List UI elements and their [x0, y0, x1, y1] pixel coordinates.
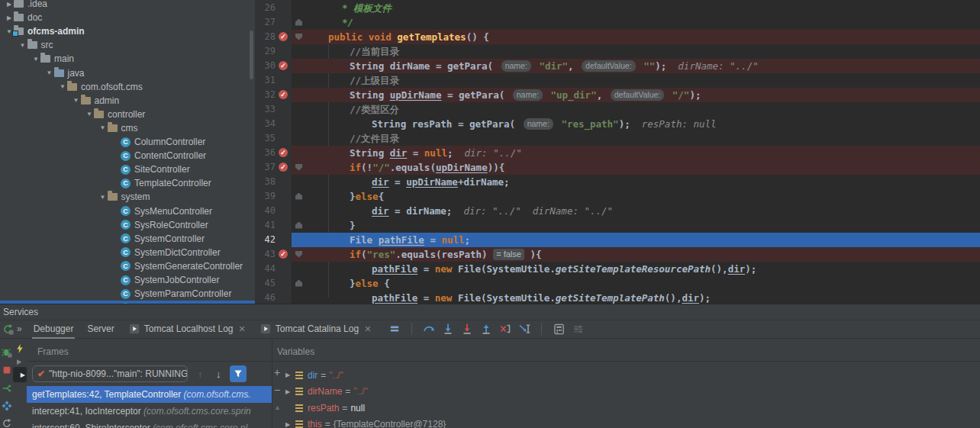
wedge-icon[interactable]	[16, 357, 23, 368]
tree-scrollbar[interactable]	[250, 31, 253, 79]
breakpoint-icon[interactable]: ✓	[279, 163, 288, 172]
code-line[interactable]: }else {	[292, 276, 980, 291]
tree-item-SystemGenerateController[interactable]: CSystemGenerateController	[0, 259, 255, 273]
chevron-expanded-icon[interactable]: ▼	[31, 56, 40, 63]
next-frame-button[interactable]: ↓	[216, 368, 221, 380]
breakpoint-icon[interactable]: ✓	[279, 90, 288, 99]
tab-tomcat-catalina-log[interactable]: Tomcat Catalina Log✕	[253, 320, 379, 338]
tree-item-SysRoleController[interactable]: CSysRoleController	[0, 218, 255, 232]
step-into-icon[interactable]	[442, 323, 454, 335]
tab-close-icon[interactable]: ✕	[364, 324, 371, 334]
expand-arrow-icon[interactable]: ▶	[285, 421, 293, 428]
frame-row[interactable]: intercept:60, ShiroInterceptor (com.ofso…	[27, 420, 272, 428]
code-line[interactable]: pathFile = new File(SystemUtile.getSiteT…	[292, 291, 980, 304]
code-line[interactable]: String resPath = getPara( name: "res_pat…	[292, 117, 980, 131]
expand-arrow-icon[interactable]: ▶	[285, 372, 293, 378]
tab-tomcat-localhost-log[interactable]: Tomcat Localhost Log✕	[121, 320, 253, 338]
code-line[interactable]: //类型区分	[292, 102, 980, 117]
tab-close-icon[interactable]: ✕	[239, 324, 246, 334]
run-to-cursor-icon[interactable]	[518, 323, 530, 335]
history-icon[interactable]	[2, 418, 12, 428]
tree-item-SystemParamController[interactable]: CSystemParamController	[0, 287, 255, 301]
chevron-expanded-icon[interactable]: ▼	[98, 194, 108, 201]
tree-item-SiteController[interactable]: CSiteController	[0, 163, 255, 176]
evaluate-expression-icon[interactable]	[553, 323, 565, 335]
frame-row[interactable]: intercept:41, IocInterceptor (com.ofsoft…	[27, 403, 272, 420]
previous-frame-button[interactable]: ↑	[198, 368, 203, 380]
code-line[interactable]: }else{	[292, 189, 980, 204]
stop-icon[interactable]	[2, 365, 12, 375]
code-line[interactable]: public void getTemplates() {	[292, 30, 980, 44]
tree-item-ColumnController[interactable]: CColumnController	[0, 135, 255, 149]
chevron-double-icon[interactable]: »	[17, 323, 22, 334]
rerun-debug-icon[interactable]	[2, 347, 12, 358]
resume-icon[interactable]	[2, 383, 12, 394]
code-line[interactable]: //上级目录	[292, 73, 980, 88]
chevron-collapsed-icon[interactable]: ▶	[5, 1, 14, 8]
tab-debugger[interactable]: Debugger	[27, 320, 81, 338]
code-line[interactable]: pathFile = new File(SystemUtile.getSiteT…	[292, 262, 980, 276]
chevron-expanded-icon[interactable]: ▼	[85, 111, 94, 117]
chevron-expanded-icon[interactable]: ▼	[58, 83, 67, 90]
tree-item-system[interactable]: ▼system	[0, 190, 255, 204]
view-breakpoints-icon[interactable]	[2, 401, 12, 411]
tree-item-admin[interactable]: ▼admin	[0, 94, 255, 108]
thread-selector-dropdown[interactable]: ✔ "http-nio-8099..."main": RUNNING ▼	[32, 365, 188, 382]
code-line[interactable]: String upDirName = getPara( name: "up_di…	[292, 88, 980, 102]
tree-item-java[interactable]: ▼java	[0, 66, 255, 80]
tree-item-SysMenuController[interactable]: CSysMenuController	[0, 204, 255, 218]
drop-frame-icon[interactable]	[499, 323, 511, 335]
code-line[interactable]: * 模板文件	[292, 1, 980, 15]
chevron-expanded-icon[interactable]: ▼	[72, 97, 81, 104]
variable-row[interactable]: resPath=null	[272, 400, 980, 416]
tree-item-doc[interactable]: ▶doc	[0, 11, 255, 24]
step-over-icon[interactable]	[423, 323, 435, 335]
expand-arrow-icon[interactable]: ▶	[285, 388, 293, 395]
variable-row[interactable]: ▶this={TemplateController@7128}	[272, 417, 980, 428]
tree-item-com.ofsoft.cms[interactable]: ▼com.ofsoft.cms	[0, 80, 255, 94]
tab-server[interactable]: Server	[80, 320, 121, 338]
code-line[interactable]: //文件目录	[292, 131, 980, 146]
chevron-collapsed-icon[interactable]: ▶	[5, 14, 14, 21]
tree-item-ofcms-admin[interactable]: ▼ofcms-admin	[0, 24, 255, 38]
code-line[interactable]: dir = dirName; dir: "../" dirName: "../"	[292, 204, 980, 218]
tree-item-SystemController[interactable]: CSystemController	[0, 232, 255, 246]
settings-icon[interactable]	[572, 323, 584, 335]
code-line[interactable]: File pathFile = null;	[292, 233, 980, 247]
code-line[interactable]: */	[292, 15, 980, 30]
code-line[interactable]: //当前目录	[292, 44, 980, 59]
code-line[interactable]: String dirName = getPara( name: "dir", d…	[292, 59, 980, 73]
code-line[interactable]: if(!"/".equals(upDirName)){	[292, 160, 980, 175]
breakpoint-icon[interactable]: ✓	[279, 32, 288, 41]
tree-item-SystemDictController[interactable]: CSystemDictController	[0, 246, 255, 259]
code-token: (),	[711, 263, 728, 275]
tree-item-.idea[interactable]: ▶.idea	[0, 0, 255, 11]
layout-icon[interactable]	[388, 323, 401, 335]
step-out-icon[interactable]	[480, 323, 492, 335]
hotswap-icon[interactable]	[15, 344, 24, 356]
breakpoint-icon[interactable]: ✓	[279, 61, 288, 70]
tree-item-ContentController[interactable]: CContentController	[0, 149, 255, 163]
breakpoint-icon[interactable]: ✓	[279, 148, 288, 157]
code-line[interactable]: }	[292, 218, 980, 233]
chevron-expanded-icon[interactable]: ▼	[18, 42, 27, 49]
tree-item-cms[interactable]: ▼cms	[0, 121, 255, 135]
resume-play-badge[interactable]: ▶	[13, 367, 27, 382]
breakpoint-icon[interactable]: ✓	[279, 249, 288, 259]
frame-row[interactable]: getTemplates:42, TemplateController (com…	[27, 386, 272, 403]
hide-frames-filter-button[interactable]	[230, 365, 247, 382]
chevron-expanded-icon[interactable]: ▼	[98, 124, 108, 131]
code-line[interactable]: String dir = null; dir: "../"	[292, 146, 980, 160]
tree-item-SystemJobController[interactable]: CSystemJobController	[0, 273, 255, 287]
tree-item-main[interactable]: ▼main	[0, 52, 255, 66]
tree-item-controller[interactable]: ▼controller	[0, 108, 255, 121]
code-line[interactable]: dir = upDirName+dirName;	[292, 175, 980, 189]
force-step-into-icon[interactable]	[461, 323, 473, 335]
code-line[interactable]: if("res".equals(resPath) = false ){	[292, 247, 980, 262]
tree-item-src[interactable]: ▼src	[0, 38, 255, 52]
chevron-expanded-icon[interactable]: ▼	[45, 69, 54, 76]
code-editor[interactable]: 26* 模板文件27*/28✓public void getTemplates(…	[255, 0, 980, 304]
tree-item-TemplateController[interactable]: CTemplateController	[0, 176, 255, 190]
variable-row[interactable]: ▶dirName="../"	[272, 384, 980, 400]
variable-row[interactable]: ▶dir="../"	[272, 367, 980, 383]
